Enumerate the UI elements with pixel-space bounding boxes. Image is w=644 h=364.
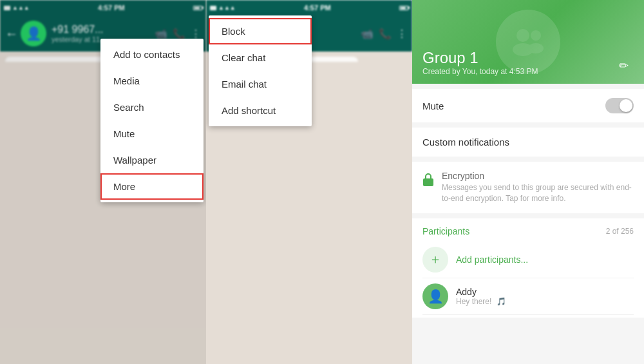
menu-wallpaper[interactable]: Wallpaper	[100, 147, 204, 173]
more-icon-2[interactable]: ⋮	[397, 28, 407, 40]
dropdown-menu-2: Block Clear chat Email chat Add shortcut	[209, 15, 312, 126]
signal-icon-2	[210, 6, 216, 10]
participants-header: Participants 2 of 256	[422, 226, 634, 236]
svg-point-0	[516, 29, 529, 42]
edit-button[interactable]: ✏	[613, 55, 634, 76]
group-info-panel: Group 1 Created by You, today at 4:53 PM…	[412, 0, 644, 364]
menu-media[interactable]: Media	[100, 68, 204, 94]
menu-more[interactable]: More	[100, 173, 204, 200]
dropdown-menu-1: Add to contacts Media Search Mute Wallpa…	[100, 39, 204, 202]
participants-section: Participants 2 of 256 ＋ Add participants…	[412, 218, 644, 318]
group-name: Group 1	[422, 49, 613, 67]
mute-section: Mute	[412, 89, 644, 122]
group-created: Created by You, today at 4:53 PM	[422, 67, 613, 76]
add-participant-info: Add participants...	[456, 254, 634, 265]
carrier-text-2: ▲▲▲	[218, 5, 236, 11]
group-info-text: Group 1 Created by You, today at 4:53 PM	[422, 49, 613, 76]
menu-clear-chat[interactable]: Clear chat	[209, 44, 312, 71]
mute-row: Mute	[412, 89, 644, 122]
participants-count: 2 of 256	[606, 227, 634, 236]
menu-add-contacts[interactable]: Add to contacts	[100, 41, 204, 68]
participant-info-addy: Addy Hey there! 🎵	[456, 287, 634, 306]
participant-name-addy: Addy	[456, 287, 634, 297]
battery-icon-2	[399, 6, 408, 10]
menu-mute[interactable]: Mute	[100, 120, 204, 147]
chat-panel-2: ▲▲▲ 4:57 PM ← 👤 +91 9967... yesterday at…	[206, 0, 412, 364]
add-participant-avatar: ＋	[422, 247, 448, 273]
svg-rect-4	[423, 178, 433, 186]
participant-addy[interactable]: 👤 Addy Hey there! 🎵	[422, 278, 634, 315]
enc-text: Encryption Messages you send to this gro…	[442, 171, 634, 204]
time-display-2: 4:57 PM	[304, 4, 331, 12]
svg-point-2	[531, 30, 541, 41]
group-header: Group 1 Created by You, today at 4:53 PM…	[412, 0, 644, 84]
participant-status-addy: Hey there! 🎵	[456, 297, 634, 306]
menu-email-chat[interactable]: Email chat	[209, 71, 312, 97]
participants-label: Participants	[422, 226, 469, 236]
menu-add-shortcut[interactable]: Add shortcut	[209, 97, 312, 124]
add-participant-label: Add participants...	[456, 254, 634, 265]
custom-notif-label: Custom notifications	[422, 137, 509, 148]
toggle-knob	[620, 99, 632, 112]
mute-toggle[interactable]	[605, 98, 634, 113]
custom-notifications[interactable]: Custom notifications	[412, 128, 644, 157]
status-bar-2: ▲▲▲ 4:57 PM	[206, 0, 412, 15]
menu-search[interactable]: Search	[100, 94, 204, 120]
encryption-section: Encryption Messages you send to this gro…	[412, 162, 644, 213]
lock-icon	[422, 172, 434, 186]
menu-block[interactable]: Block	[209, 18, 312, 44]
mute-label: Mute	[422, 101, 605, 111]
participant-avatar-addy: 👤	[422, 283, 448, 309]
chat-panel-1: ▲▲▲ 4:57 PM ← 👤 +91 9967... yesterday at…	[0, 0, 206, 364]
enc-desc: Messages you send to this group are secu…	[442, 182, 634, 204]
call-icon-2[interactable]: 📞	[379, 28, 392, 40]
video-call-icon-2[interactable]: 📹	[361, 28, 374, 40]
enc-label: Encryption	[442, 171, 634, 181]
add-participant-row[interactable]: ＋ Add participants...	[422, 242, 634, 278]
